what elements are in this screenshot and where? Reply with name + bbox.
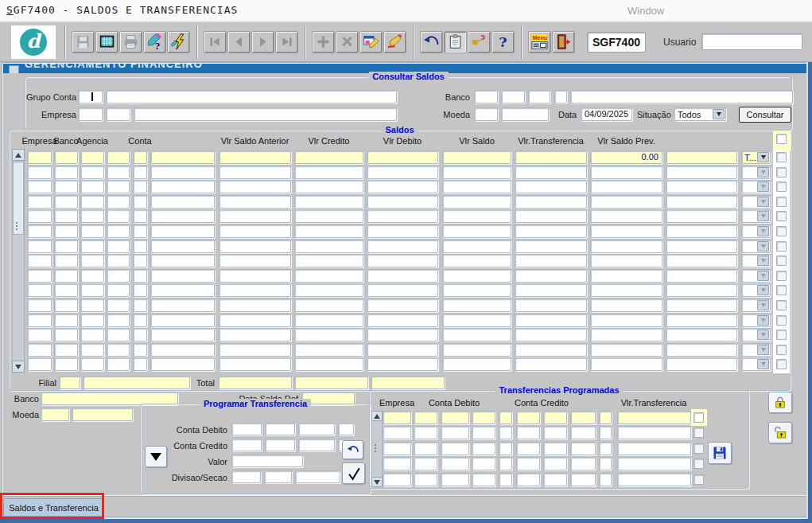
saldos-cell[interactable] — [515, 166, 587, 179]
saldos-cell[interactable] — [54, 343, 78, 357]
saldos-cell[interactable] — [367, 357, 438, 371]
saldos-cell[interactable] — [54, 195, 78, 209]
saldos-cell[interactable] — [515, 328, 587, 342]
save-button[interactable] — [72, 31, 95, 53]
saldos-cell[interactable] — [294, 224, 363, 238]
consultar-button[interactable]: Consultar — [739, 107, 791, 123]
transferencia-row-checkbox[interactable] — [694, 443, 704, 454]
saldos-cell[interactable] — [107, 269, 130, 283]
saldos-cell[interactable] — [27, 299, 52, 312]
saldos-cell[interactable] — [666, 195, 737, 209]
saldos-cell[interactable] — [515, 283, 587, 297]
saldos-cell[interactable] — [219, 195, 291, 209]
saldos-cell[interactable] — [294, 240, 363, 253]
saldos-cell[interactable] — [515, 240, 587, 253]
saldos-tipo-dropdown[interactable] — [741, 180, 771, 193]
saldos-cell[interactable] — [107, 357, 130, 371]
conta-debito-field-1[interactable] — [231, 423, 262, 435]
saldos-cell[interactable] — [133, 343, 147, 357]
dropdown-button[interactable] — [757, 197, 769, 207]
valor-field[interactable] — [231, 455, 303, 467]
saldos-cell[interactable] — [150, 314, 215, 327]
saldos-cell[interactable] — [150, 224, 215, 238]
transferencia-cell[interactable] — [570, 457, 596, 470]
transferencia-row-checkbox[interactable] — [694, 474, 704, 485]
moeda-code-field[interactable] — [474, 107, 498, 121]
saldos-tipo-dropdown[interactable] — [741, 240, 771, 253]
saldos-cell[interactable] — [590, 357, 662, 371]
saldos-cell[interactable] — [150, 343, 215, 357]
filial-code-field[interactable] — [59, 376, 80, 389]
conta-credito-field-1[interactable] — [231, 439, 262, 451]
transferencia-cell[interactable] — [414, 473, 437, 486]
saldos-cell[interactable] — [219, 209, 291, 223]
dropdown-button[interactable] — [757, 330, 769, 340]
transferencia-cell[interactable] — [570, 411, 596, 424]
saldos-cell[interactable] — [107, 343, 130, 357]
saldos-cell[interactable] — [150, 209, 215, 223]
saldos-cell[interactable] — [219, 357, 291, 371]
empresa-code2-field[interactable] — [106, 107, 130, 121]
saldos-cell[interactable] — [294, 357, 363, 371]
transferencia-cell[interactable] — [414, 411, 437, 424]
dropdown-button[interactable] — [757, 241, 769, 252]
saldos-cell[interactable] — [367, 254, 438, 267]
saldos-cell[interactable] — [515, 150, 587, 164]
saldos-cell[interactable] — [133, 180, 147, 193]
saldos-cell[interactable] — [27, 283, 52, 297]
saldos-cell[interactable] — [219, 224, 291, 238]
moeda-desc-field[interactable] — [501, 107, 549, 121]
moeda-footer-code-field[interactable] — [41, 408, 69, 421]
saldos-row-checkbox[interactable] — [776, 256, 787, 266]
saldos-cell[interactable] — [150, 299, 215, 312]
conta-debito-field-4[interactable] — [338, 423, 354, 435]
saldos-cell[interactable] — [80, 343, 104, 357]
saldos-cell[interactable] — [294, 209, 363, 223]
saldos-cell[interactable] — [442, 166, 511, 179]
saldos-cell[interactable] — [442, 283, 511, 297]
saldos-cell[interactable] — [367, 283, 438, 297]
saldos-cell[interactable] — [107, 166, 130, 179]
saldos-cell[interactable] — [442, 254, 511, 267]
saldos-cell[interactable] — [590, 283, 662, 297]
saldos-cell[interactable] — [27, 314, 52, 327]
undo-button[interactable] — [420, 31, 443, 53]
transferencia-cell[interactable] — [516, 442, 540, 455]
help-button[interactable]: ? — [491, 31, 515, 53]
saldos-cell[interactable] — [442, 314, 511, 327]
saldos-cell[interactable] — [442, 224, 511, 238]
saldos-cell[interactable] — [219, 180, 291, 193]
saldos-cell[interactable] — [150, 357, 215, 371]
banco-field-4[interactable] — [554, 90, 567, 103]
saldos-cell[interactable] — [80, 283, 104, 297]
saldos-cell[interactable] — [27, 357, 52, 371]
saldos-tipo-dropdown[interactable] — [741, 357, 771, 371]
saldos-cell[interactable] — [27, 240, 52, 253]
saldos-cell[interactable] — [133, 150, 147, 164]
saldos-cell[interactable] — [367, 343, 438, 357]
empresa-code-field[interactable] — [78, 107, 103, 121]
saldos-tipo-dropdown[interactable]: T... — [741, 150, 771, 164]
transferencia-cell[interactable] — [599, 442, 612, 455]
saldos-cell[interactable] — [80, 150, 104, 164]
saldos-cell[interactable] — [666, 150, 737, 164]
saldos-cell[interactable] — [666, 254, 737, 267]
transferencia-row-checkbox[interactable] — [694, 459, 704, 469]
transferencia-cell[interactable] — [499, 411, 512, 424]
saldos-cell[interactable] — [515, 195, 587, 209]
saldos-cell[interactable] — [219, 254, 291, 267]
saldos-cell[interactable] — [666, 269, 737, 283]
lock-button[interactable] — [768, 392, 792, 413]
transferencia-cell[interactable] — [543, 442, 567, 455]
saldos-cell[interactable] — [442, 209, 511, 223]
saldos-cell[interactable] — [666, 224, 737, 238]
saldos-tipo-dropdown[interactable] — [741, 299, 771, 312]
saldos-cell[interactable] — [442, 150, 511, 164]
saldos-cell[interactable] — [515, 357, 587, 371]
saldos-cell[interactable] — [294, 254, 363, 267]
enter-query-button[interactable]: ? — [143, 31, 166, 53]
divisao-field-3[interactable] — [295, 470, 340, 483]
saldos-cell[interactable] — [666, 240, 737, 253]
saldos-cell[interactable] — [666, 299, 737, 312]
saldos-cell[interactable] — [666, 357, 737, 371]
